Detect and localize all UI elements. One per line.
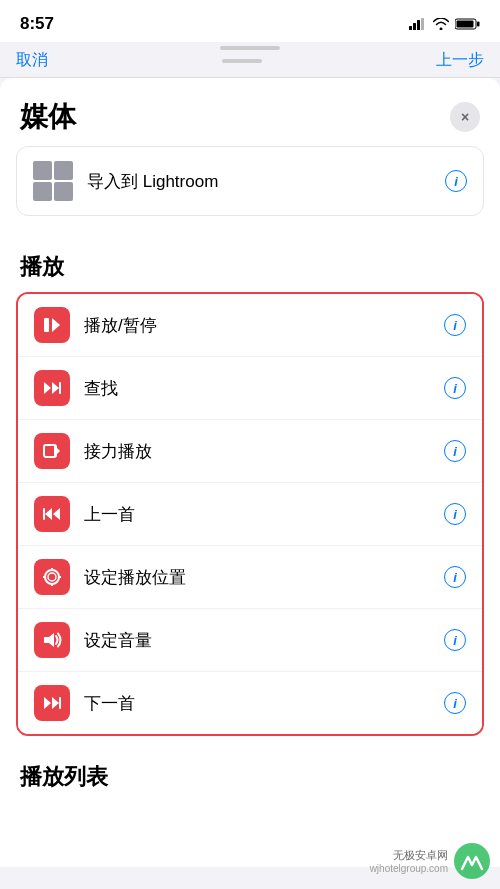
status-icons (409, 18, 480, 30)
svg-rect-11 (59, 382, 61, 394)
list-item[interactable]: 下一首 i (18, 672, 482, 734)
svg-rect-7 (44, 318, 49, 332)
watermark-site: wjhotelgroup.com (370, 863, 448, 874)
playback-section-title: 播放 (16, 236, 484, 292)
next-info-icon[interactable]: i (444, 692, 466, 714)
playback-section: 播放 播放/暂停 i (0, 236, 500, 752)
volume-info-icon[interactable]: i (444, 629, 466, 651)
svg-marker-25 (52, 697, 59, 709)
svg-rect-5 (457, 21, 474, 28)
prev-icon (34, 496, 70, 532)
playback-list: 播放/暂停 i 查找 i (16, 292, 484, 736)
status-bar: 8:57 (0, 0, 500, 42)
next-label: 下一首 (84, 692, 444, 715)
lightroom-icon (33, 161, 73, 201)
svg-rect-3 (421, 18, 424, 30)
volume-icon (34, 622, 70, 658)
lightroom-label: 导入到 Lightroom (87, 170, 445, 193)
play-pause-icon (34, 307, 70, 343)
svg-marker-9 (44, 382, 51, 394)
handoff-icon (34, 433, 70, 469)
watermark: 无极安卓网 wjhotelgroup.com (370, 843, 490, 879)
svg-rect-1 (413, 23, 416, 30)
close-button[interactable]: × (450, 102, 480, 132)
list-item[interactable]: 设定播放位置 i (18, 546, 482, 609)
status-time: 8:57 (20, 14, 54, 34)
svg-marker-15 (53, 508, 60, 520)
top-nav-bar: 取消 上一步 (0, 42, 500, 78)
list-item[interactable]: 播放/暂停 i (18, 294, 482, 357)
svg-rect-14 (43, 508, 45, 520)
svg-marker-8 (52, 318, 60, 332)
seek-position-info-icon[interactable]: i (444, 566, 466, 588)
play-pause-label: 播放/暂停 (84, 314, 444, 337)
seek-info-icon[interactable]: i (444, 377, 466, 399)
svg-marker-16 (45, 508, 52, 520)
svg-marker-13 (54, 445, 60, 457)
seek-position-icon (34, 559, 70, 595)
svg-rect-6 (477, 22, 480, 27)
list-item[interactable]: 设定音量 i (18, 609, 482, 672)
svg-marker-23 (44, 633, 54, 647)
list-item[interactable]: 查找 i (18, 357, 482, 420)
prev-info-icon[interactable]: i (444, 503, 466, 525)
handoff-info-icon[interactable]: i (444, 440, 466, 462)
svg-marker-10 (52, 382, 59, 394)
wifi-icon (433, 18, 449, 30)
handoff-label: 接力播放 (84, 440, 444, 463)
queue-section-title: 播放列表 (0, 752, 500, 796)
prev-label: 上一首 (84, 503, 444, 526)
seek-icon (34, 370, 70, 406)
svg-point-17 (45, 570, 59, 584)
list-item[interactable]: 上一首 i (18, 483, 482, 546)
volume-label: 设定音量 (84, 629, 444, 652)
nav-back-label: 上一步 (436, 50, 484, 71)
watermark-logo (454, 843, 490, 879)
main-sheet: 媒体 × 导入到 Lightroom i 播放 (0, 78, 500, 867)
sheet-title: 媒体 (20, 98, 76, 136)
lightroom-info-icon[interactable]: i (445, 170, 467, 192)
next-icon (34, 685, 70, 721)
nav-cancel-label: 取消 (16, 50, 48, 71)
seek-label: 查找 (84, 377, 444, 400)
watermark-name: 无极安卓网 (370, 848, 448, 863)
list-item[interactable]: 接力播放 i (18, 420, 482, 483)
seek-position-label: 设定播放位置 (84, 566, 444, 589)
lightroom-section: 导入到 Lightroom i (0, 146, 500, 236)
lightroom-item[interactable]: 导入到 Lightroom i (16, 146, 484, 216)
svg-point-18 (48, 573, 56, 581)
svg-rect-0 (409, 26, 412, 30)
sheet-header: 媒体 × (0, 78, 500, 146)
svg-rect-26 (59, 697, 61, 709)
play-pause-info-icon[interactable]: i (444, 314, 466, 336)
svg-marker-24 (44, 697, 51, 709)
signal-icon (409, 18, 427, 30)
battery-icon (455, 18, 480, 30)
svg-rect-2 (417, 20, 420, 30)
